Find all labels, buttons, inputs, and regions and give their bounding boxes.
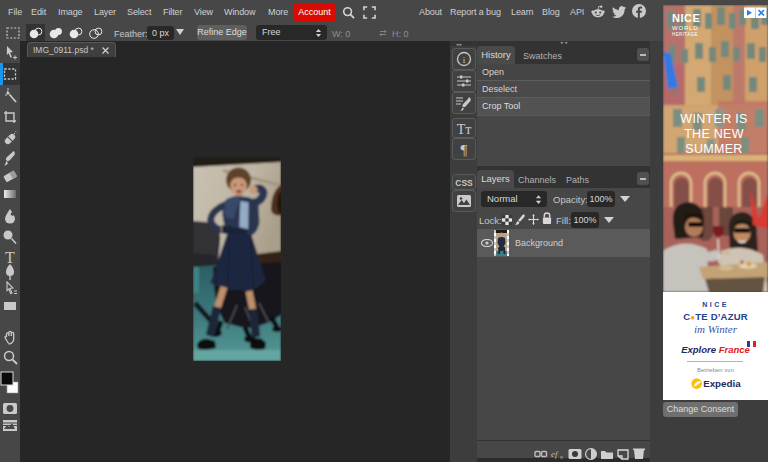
svg-text:SUMMER: SUMMER	[685, 142, 742, 156]
svg-text:NΙCE: NΙCE	[672, 12, 700, 24]
svg-text:HERITAGE: HERITAGE	[672, 32, 698, 37]
svg-text:ef: ef	[551, 449, 559, 459]
svg-text:¶: ¶	[461, 142, 468, 158]
svg-text:Expedia: Expedia	[703, 378, 741, 389]
svg-text:Tт: Tт	[457, 122, 472, 137]
svg-text:WORLD: WORLD	[672, 25, 698, 31]
svg-text:WINTER IS: WINTER IS	[680, 112, 747, 126]
svg-text:THE NEW: THE NEW	[684, 127, 744, 141]
svg-text:i: i	[463, 55, 466, 65]
svg-text:CSS: CSS	[455, 178, 473, 188]
svg-text:x: x	[560, 454, 563, 460]
